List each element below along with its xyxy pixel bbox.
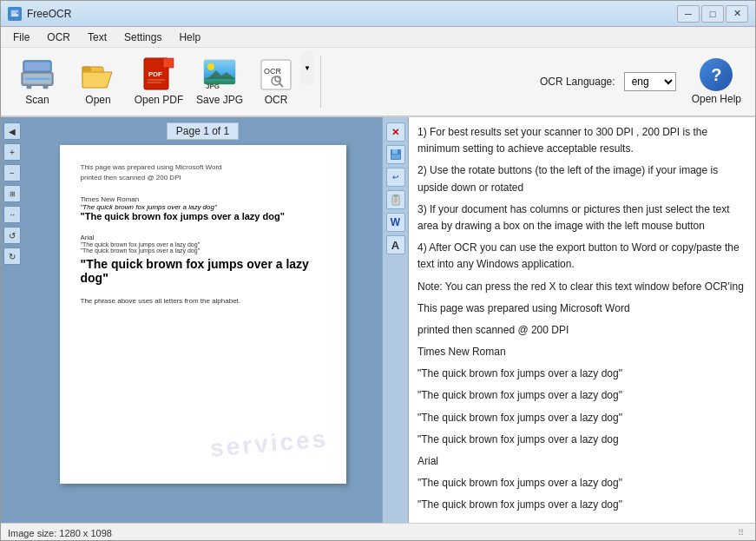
toolbar: Scan Open PDF Open PDF — [1, 48, 755, 117]
menu-ocr[interactable]: OCR — [38, 29, 79, 46]
doc-arial-section: Arial "The quick brown fox jumps over a … — [81, 234, 325, 285]
ocr-button[interactable]: OCR OCR — [251, 51, 301, 112]
save-jpg-icon: JPG — [202, 57, 237, 92]
doc-times-italic: "The quick brown fox jumps over a lazy d… — [81, 203, 325, 211]
ocr-side-toolbar: ✕ ↩ W A — [382, 117, 408, 523]
svg-rect-29 — [391, 155, 400, 159]
titlebar: FreeOCR ─ □ ✕ — [1, 1, 755, 27]
text-line-0: 1) For best results set your scanner to … — [417, 124, 746, 157]
svg-rect-31 — [394, 195, 398, 197]
doc-arial-title: Arial — [81, 234, 325, 241]
status-image-size: Image size: 1280 x 1098 — [8, 528, 112, 538]
text-line-15: "The quick brown fox jumps over a lazy d… — [417, 519, 746, 523]
ocr-label: OCR — [265, 94, 288, 106]
text-line-12: Arial — [417, 453, 746, 470]
svg-text:JPG: JPG — [206, 82, 220, 90]
ocr-language-select[interactable]: eng — [624, 72, 676, 91]
text-line-7: Times New Roman — [417, 344, 746, 360]
ocr-icon: OCR — [259, 57, 293, 92]
text-line-13: "The quick brown fox jumps over a lazy d… — [417, 475, 746, 492]
ocr-dropdown-arrow[interactable]: ▼ — [301, 51, 313, 84]
zoom-width-button[interactable]: ↔ — [3, 206, 21, 223]
text-line-3: 4) After OCR you can use the export butt… — [417, 240, 746, 273]
resize-grip[interactable]: ⠿ — [738, 528, 748, 538]
page-indicator: Page 1 of 1 — [167, 122, 239, 140]
doc-arial-small1: "The quick brown fox jumps over a lazy d… — [81, 241, 325, 247]
open-help-button[interactable]: ? Open Help — [685, 55, 748, 109]
open-pdf-label: Open PDF — [135, 94, 184, 106]
save-text-button[interactable] — [386, 145, 405, 164]
svg-rect-18 — [204, 60, 235, 84]
left-sidebar: ◀ + − ⊞ ↔ ↺ ↻ — [1, 117, 23, 523]
text-output-panel: 1) For best results set your scanner to … — [408, 117, 755, 523]
menu-text[interactable]: Text — [79, 29, 115, 46]
statusbar: Image size: 1280 x 1098 ⠿ — [1, 523, 755, 541]
ocr-language-label: OCR Language: — [540, 76, 615, 88]
document-page: This page was prepared using Microsoft W… — [60, 145, 346, 484]
doc-arial-small2: "The quick brown fox jumps over a lazy d… — [81, 247, 325, 254]
help-icon: ? — [700, 58, 733, 91]
svg-point-19 — [207, 63, 214, 70]
word-export-button[interactable]: W — [386, 213, 405, 232]
toolbar-separator — [320, 56, 321, 108]
ocr-button-group: OCR OCR ▼ — [251, 51, 313, 112]
text-line-5: This page was prepared using Microsoft W… — [417, 300, 746, 317]
zoom-fit-button[interactable]: ⊞ — [3, 185, 21, 202]
save-jpg-button[interactable]: JPG Save JPG — [190, 51, 249, 112]
open-pdf-button[interactable]: PDF Open PDF — [129, 51, 188, 112]
text-content-area[interactable]: 1) For best results set your scanner to … — [409, 117, 755, 523]
svg-rect-5 — [25, 63, 50, 71]
rotate-cw-button[interactable]: ↻ — [3, 247, 21, 265]
svg-rect-9 — [27, 85, 32, 89]
doc-arial-bold: "The quick brown fox jumps over a lazy d… — [81, 257, 325, 285]
svg-text:PDF: PDF — [148, 70, 162, 78]
svg-text:OCR: OCR — [264, 67, 282, 76]
menu-help[interactable]: Help — [170, 29, 209, 46]
maximize-button[interactable]: □ — [701, 5, 724, 23]
close-button[interactable]: ✕ — [726, 5, 748, 23]
text-line-8: "The quick brown fox jumps over a lazy d… — [417, 366, 746, 382]
doc-intro: This page was prepared using Microsoft W… — [81, 162, 325, 183]
text-line-2: 3) If your document has columns or pictu… — [417, 201, 746, 234]
font-button[interactable]: A — [386, 235, 405, 254]
toolbar-right: OCR Language: eng ? Open Help — [540, 55, 748, 109]
clear-text-button[interactable]: ✕ — [386, 122, 405, 142]
svg-rect-10 — [43, 85, 49, 89]
text-line-6: printed then scanned @ 200 DPI — [417, 322, 746, 339]
open-icon — [81, 57, 115, 92]
text-line-9: "The quick brown fox jumps over a lazy d… — [417, 387, 746, 404]
svg-rect-1 — [11, 14, 18, 16]
svg-rect-13 — [163, 58, 174, 68]
main-area: ◀ + − ⊞ ↔ ↺ ↻ Page 1 of 1 This page was … — [1, 117, 755, 523]
svg-rect-28 — [392, 149, 398, 154]
app-icon — [8, 7, 22, 21]
nav-left-button[interactable]: ◀ — [3, 122, 21, 140]
menubar: File OCR Text Settings Help — [1, 27, 755, 48]
text-line-14: "The quick brown fox jumps over a lazy d… — [417, 497, 746, 513]
minimize-button[interactable]: ─ — [677, 5, 700, 23]
menu-file[interactable]: File — [4, 29, 38, 46]
scan-label: Scan — [25, 94, 49, 106]
doc-times-bold: "The quick brown fox jumps over a lazy d… — [81, 211, 325, 221]
save-jpg-label: Save JPG — [196, 94, 243, 106]
doc-phrase: The phrase above uses all letters from t… — [81, 297, 325, 305]
scan-button[interactable]: Scan — [8, 51, 67, 112]
document-panel[interactable]: Page 1 of 1 This page was prepared using… — [23, 117, 382, 523]
clipboard-button[interactable] — [386, 190, 405, 209]
export-word-button[interactable]: ↩ — [386, 168, 405, 187]
text-line-10: "The quick brown fox jumps over a lazy d… — [417, 410, 746, 426]
doc-times-section: Times New Roman "The quick brown fox jum… — [81, 195, 325, 221]
open-label: Open — [85, 94, 110, 106]
zoom-out-button[interactable]: − — [3, 164, 21, 181]
text-line-1: 2) Use the rotate buttons (to the left o… — [417, 162, 746, 195]
open-button[interactable]: Open — [69, 51, 128, 112]
doc-times-title: Times New Roman — [81, 195, 325, 203]
zoom-in-button[interactable]: + — [3, 143, 21, 161]
help-label: Open Help — [692, 93, 741, 105]
menu-settings[interactable]: Settings — [115, 29, 170, 46]
rotate-ccw-button[interactable]: ↺ — [3, 227, 21, 244]
open-pdf-icon: PDF — [141, 57, 176, 92]
window-controls: ─ □ ✕ — [677, 5, 748, 23]
text-line-11: "The quick brown fox jumps over a lazy d… — [417, 432, 746, 448]
app-title: FreeOCR — [27, 8, 677, 20]
